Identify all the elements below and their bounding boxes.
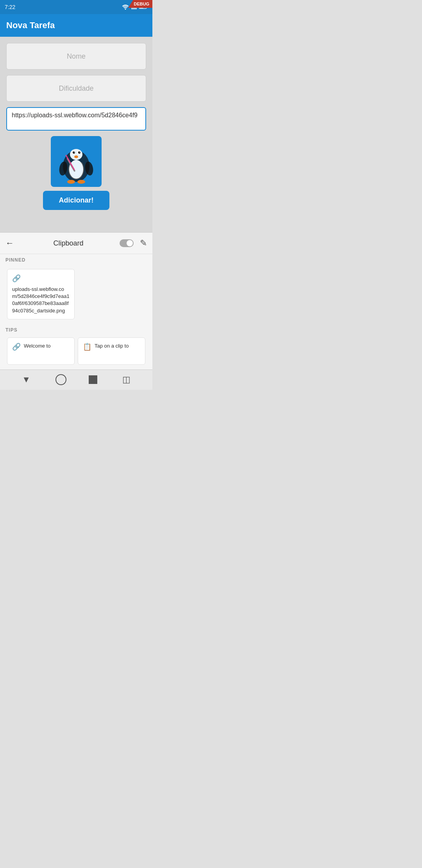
url-input[interactable] bbox=[12, 112, 141, 119]
clipboard-title: Clipboard bbox=[53, 239, 83, 247]
penguin-character-svg bbox=[55, 138, 98, 185]
toggle-switch[interactable] bbox=[120, 239, 134, 247]
link-icon: 🔗 bbox=[12, 274, 70, 283]
svg-point-24 bbox=[77, 180, 85, 184]
app-bar: Nova Tarefa bbox=[0, 14, 152, 37]
svg-point-23 bbox=[67, 180, 75, 184]
tips-items-grid: 🔗 Welcome to 📋 Tap on a clip to bbox=[0, 334, 152, 369]
add-button-container: Adicionar! bbox=[6, 191, 146, 210]
svg-point-12 bbox=[69, 160, 83, 179]
status-time: 7:22 bbox=[5, 4, 15, 10]
tip-item-0[interactable]: 🔗 Welcome to bbox=[7, 337, 75, 365]
tip-text-1: Tap on a clip to bbox=[95, 343, 129, 350]
clipboard-actions: ✎ bbox=[120, 238, 147, 248]
svg-point-13 bbox=[70, 149, 82, 160]
bottom-nav: ▼ ◫ bbox=[0, 369, 152, 390]
pinned-clip-item-0[interactable]: 🔗 uploads-ssl.webflow.com/5d2846ce4f9c9d… bbox=[7, 269, 75, 319]
app-bar-title: Nova Tarefa bbox=[6, 20, 55, 30]
name-input[interactable] bbox=[7, 43, 146, 69]
svg-point-19 bbox=[79, 152, 80, 152]
svg-point-18 bbox=[74, 152, 75, 152]
clipboard-back-button[interactable]: ← bbox=[5, 237, 17, 250]
tip-text-0: Welcome to bbox=[24, 343, 50, 350]
add-button[interactable]: Adicionar! bbox=[43, 191, 109, 210]
svg-point-16 bbox=[73, 151, 75, 154]
svg-point-20 bbox=[74, 156, 78, 158]
nav-home-button[interactable] bbox=[55, 374, 66, 385]
pinned-label: PINNED bbox=[0, 254, 152, 264]
svg-point-0 bbox=[125, 9, 126, 10]
nav-keyboard-button[interactable]: ◫ bbox=[119, 371, 134, 388]
wifi-icon bbox=[122, 4, 129, 10]
tip-icon-0: 🔗 bbox=[12, 343, 21, 351]
difficulty-field-container bbox=[6, 75, 146, 102]
difficulty-input[interactable] bbox=[7, 75, 146, 101]
clip-item-text-0: uploads-ssl.webflow.com/5d2846ce4f9c9d7e… bbox=[12, 286, 70, 314]
clipboard-section: ← Clipboard ✎ PINNED 🔗 uploads-ssl.webfl… bbox=[0, 232, 152, 369]
clipboard-header: ← Clipboard ✎ bbox=[0, 233, 152, 254]
tips-label: TIPS bbox=[0, 324, 152, 334]
character-image bbox=[51, 136, 102, 187]
time-display: 7:22 bbox=[5, 4, 15, 10]
character-image-container bbox=[6, 136, 146, 187]
edit-icon[interactable]: ✎ bbox=[140, 238, 147, 248]
svg-point-17 bbox=[78, 151, 80, 154]
name-field-container bbox=[6, 43, 146, 70]
main-content: Adicionar! bbox=[0, 37, 152, 232]
pinned-items-grid: 🔗 uploads-ssl.webflow.com/5d2846ce4f9c9d… bbox=[0, 264, 152, 324]
url-field-container[interactable] bbox=[6, 107, 146, 131]
nav-back-button[interactable]: ▼ bbox=[19, 371, 34, 388]
nav-recent-button[interactable] bbox=[89, 375, 97, 384]
tip-icon-1: 📋 bbox=[83, 343, 91, 351]
tip-item-1[interactable]: 📋 Tap on a clip to bbox=[78, 337, 145, 365]
